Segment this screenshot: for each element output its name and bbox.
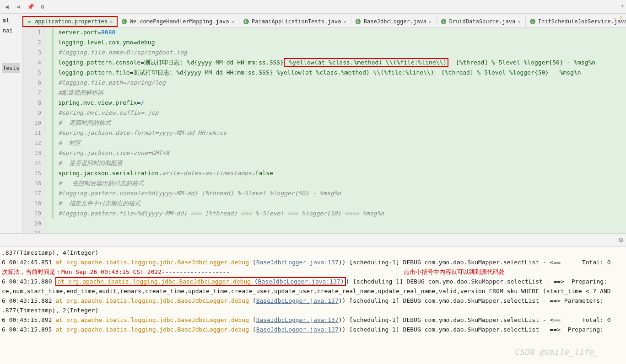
tab-application-properties[interactable]: ≡application.properties× bbox=[22, 16, 118, 27]
source-link[interactable]: BaseJdbcLogger.java:137 bbox=[256, 326, 339, 333]
code-line[interactable]: logging.level.com.ymo=debug bbox=[52, 37, 626, 48]
code-line[interactable]: server.port=8080 bbox=[52, 27, 626, 37]
console-line[interactable]: 6 00:43:15.880 at org.apache.ibatis.logg… bbox=[2, 277, 624, 286]
tab-initschedulejobservice-java[interactable]: CInitScheduleJobService.java× bbox=[526, 16, 626, 27]
console-output[interactable]: .837(Timestamp), 4(Integer)6 00:42:45.85… bbox=[0, 247, 626, 364]
code-line[interactable]: # 是否返回时间戳配置 bbox=[52, 158, 626, 168]
pin-icon[interactable]: 📌 bbox=[26, 2, 36, 12]
close-icon[interactable]: × bbox=[343, 19, 346, 25]
java-file-icon: C bbox=[355, 18, 362, 25]
console-line[interactable]: .837(Timestamp), 4(Integer) bbox=[2, 248, 624, 257]
code-line[interactable]: #logging.file.name=D:/springboot.log bbox=[52, 48, 626, 58]
tab-label: application.properties bbox=[35, 18, 108, 25]
properties-file-icon: ≡ bbox=[26, 18, 32, 25]
console-line[interactable]: .877(Timestamp), 2(Integer) bbox=[2, 305, 624, 315]
sidebar-node-tests[interactable]: Tests bbox=[2, 63, 20, 73]
close-icon[interactable]: × bbox=[231, 19, 234, 25]
code-line[interactable]: #配置视图解析器 bbox=[52, 88, 626, 98]
tab-welcomepagehandlermapping-java[interactable]: CWelcomePageHandlerMapping.java× bbox=[118, 16, 239, 27]
code-line[interactable]: logging.pattern.file=测试打印日志: %d{yyyy-MM-… bbox=[52, 68, 626, 78]
console-gear-icon[interactable]: ⚙ bbox=[619, 236, 623, 244]
tab-paimaiapplicationtests-java[interactable]: CPaimaiApplicationTests.java× bbox=[239, 16, 351, 27]
code-line[interactable]: #spring.jackson.date-format=yyyy-MM-dd H… bbox=[52, 128, 626, 138]
code-line[interactable]: #spring.mvc.view.suffix=.jsp bbox=[52, 108, 626, 118]
java-file-icon: C bbox=[121, 18, 128, 25]
source-link[interactable]: BaseJdbcLogger.java:137 bbox=[258, 278, 340, 285]
close-icon[interactable]: × bbox=[110, 19, 113, 25]
warning-indicator[interactable]: ⚠ 1 bbox=[613, 16, 622, 21]
nav-back-icon[interactable]: ◀ bbox=[2, 2, 12, 12]
annotation-text: 点击小括号中内容就可以跳到源代码处 bbox=[404, 268, 505, 275]
editor-tabs: ≡application.properties×CWelcomePageHand… bbox=[22, 14, 626, 27]
tab-label: PaimaiApplicationTests.java bbox=[252, 18, 341, 25]
split-icon[interactable]: ⇉ bbox=[14, 2, 24, 12]
code-line[interactable]: #logging.pattern.console=%d{yyyy-MM-dd} … bbox=[52, 188, 626, 198]
line-gutter: 123456789101112131415161718192021 bbox=[22, 27, 45, 233]
java-file-icon: C bbox=[529, 18, 536, 25]
project-sidebar: ml nai Tests bbox=[0, 14, 22, 233]
tab-basejdbclogger-java[interactable]: CBaseJdbcLogger.java× bbox=[351, 16, 437, 27]
source-link[interactable]: BaseJdbcLogger.java:137 bbox=[256, 259, 339, 266]
sidebar-node[interactable]: ml bbox=[2, 16, 20, 26]
console-line[interactable]: 6 00:42:45.851 at org.apache.ibatis.logg… bbox=[2, 257, 624, 267]
console-line[interactable]: 6 00:43:15.882 at org.apache.ibatis.logg… bbox=[2, 296, 624, 305]
code-line[interactable]: spring.mvc.view.prefix=/ bbox=[52, 98, 626, 108]
tab-label: WelcomePageHandlerMapping.java bbox=[130, 18, 229, 25]
source-link[interactable]: BaseJdbcLogger.java:137 bbox=[256, 297, 339, 304]
code-line[interactable]: spring.jackson.serialization.write-dates… bbox=[52, 168, 626, 178]
tab-label: DruidDataSource.java bbox=[449, 18, 516, 25]
code-line[interactable]: #spring.jackson.time-zone=GMT+8 bbox=[52, 148, 626, 158]
code-line[interactable]: # 在控制台输出的日志的格式 bbox=[52, 178, 626, 188]
close-icon[interactable]: × bbox=[429, 19, 432, 25]
code-editor[interactable]: 123456789101112131415161718192021 server… bbox=[22, 27, 626, 233]
toolbar: ◀ ⇉ 📌 ⚙ bbox=[0, 0, 626, 14]
code-line[interactable]: # 指定文件中日志输出的格式 bbox=[52, 198, 626, 209]
console-line[interactable]: 6 00:43:15.895 at org.apache.ibatis.logg… bbox=[2, 325, 624, 334]
console-line[interactable]: 6 00:43:15.892 at org.apache.ibatis.logg… bbox=[2, 315, 624, 325]
code-line[interactable]: #logging.file.path=/spring/log bbox=[52, 78, 626, 88]
code-line[interactable]: # 时区 bbox=[52, 138, 626, 148]
code-area[interactable]: server.port=8080logging.level.com.ymo=de… bbox=[45, 27, 626, 233]
code-line[interactable]: #logging.pattern.file=%d{yyyy-MM-dd} ===… bbox=[52, 209, 626, 219]
watermark: CSDN @smile_life_ bbox=[514, 347, 599, 357]
tab-druiddatasource-java[interactable]: CDruidDataSource.java× bbox=[437, 16, 526, 27]
java-file-icon: C bbox=[441, 18, 447, 25]
source-link[interactable]: BaseJdbcLogger.java:137 bbox=[256, 316, 339, 323]
sidebar-node[interactable]: nai bbox=[2, 26, 20, 36]
console-line[interactable]: 次算法，当前时间是：Mon Sep 26 00:43:15 CST 2022--… bbox=[2, 267, 624, 277]
code-line[interactable]: # 返回时间的格式 bbox=[52, 118, 626, 128]
panel-separator[interactable]: ⚙ bbox=[0, 233, 626, 247]
java-file-icon: C bbox=[243, 18, 249, 25]
console-line[interactable]: ce,num,start_time,end_time,audit,remark,… bbox=[2, 286, 624, 296]
gear-icon[interactable]: ⚙ bbox=[38, 2, 48, 12]
tab-label: BaseJdbcLogger.java bbox=[364, 18, 426, 25]
code-line[interactable]: logging.pattern.console=测试打印日志: %d{yyyy-… bbox=[52, 58, 626, 68]
close-icon[interactable]: × bbox=[518, 19, 521, 25]
